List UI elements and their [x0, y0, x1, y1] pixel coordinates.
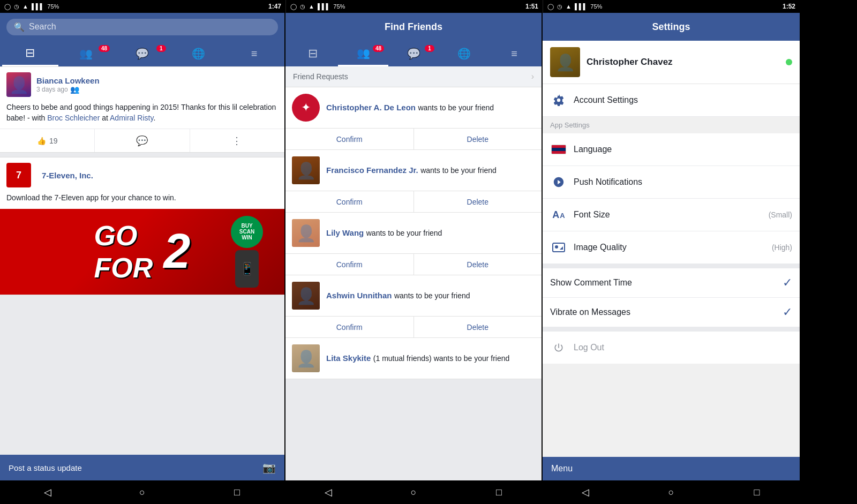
- friend-name-lily[interactable]: Lily Wang: [326, 228, 364, 237]
- settings-content: 👤 Christopher Chavez Account Settings A: [543, 41, 800, 457]
- bluetooth-icon-3: ◯: [547, 3, 554, 10]
- bluetooth-icon-2: ◯: [290, 3, 297, 10]
- push-notifications-icon: [550, 174, 567, 191]
- menu-icon-2: ≡: [511, 48, 517, 60]
- status-bar-panel-1: ◯ ◷ ▲ ▌▌▌ 75% 1:47: [0, 0, 285, 13]
- language-icon: [550, 141, 567, 158]
- image-text-go: GOFOR: [94, 220, 153, 284]
- post-status-bar[interactable]: Post a status update 📷: [0, 455, 284, 480]
- battery-3: 75%: [590, 3, 602, 10]
- post-author-seven[interactable]: 7-Eleven, Inc.: [42, 171, 278, 180]
- account-settings-row[interactable]: Account Settings: [543, 84, 800, 117]
- comment-button-bianca[interactable]: 💬: [95, 129, 190, 152]
- nav-globe-2[interactable]: 🌐: [439, 41, 489, 66]
- more-button-bianca[interactable]: ⋮: [190, 129, 284, 152]
- home-button-1[interactable]: ○: [132, 487, 153, 498]
- delete-lily[interactable]: Delete: [414, 254, 542, 275]
- show-comment-time-row[interactable]: Show Comment Time ✓: [543, 268, 800, 298]
- nav-home[interactable]: ⊟: [2, 41, 58, 66]
- delete-ashwin[interactable]: Delete: [414, 317, 542, 337]
- signal-icon-3: ▌▌▌: [575, 3, 587, 10]
- post-time-bianca: 3 days ago 👥: [36, 85, 278, 94]
- account-settings-label: Account Settings: [574, 95, 792, 105]
- find-friends-header: Find Friends: [285, 13, 542, 41]
- battery-2: 75%: [333, 3, 345, 10]
- settings-user-name: Christopher Chavez: [587, 57, 779, 67]
- recent-button-1[interactable]: □: [227, 487, 248, 498]
- confirm-lily[interactable]: Confirm: [285, 254, 414, 275]
- friend-request-ashwin: 👤 Ashwin Unnithan wants to be your frien…: [285, 275, 542, 338]
- friend-requests-content: Friend Requests › ✦ Christopher A. De Le…: [285, 66, 542, 480]
- phone-nav-3: ◁ ○ □: [543, 480, 800, 504]
- recent-button-2[interactable]: □: [488, 487, 509, 498]
- friend-name-lita[interactable]: Lita Skykite: [326, 353, 371, 363]
- back-button-2[interactable]: ◁: [318, 486, 339, 498]
- settings-bottom-bar: Menu: [543, 457, 800, 480]
- link-broc[interactable]: Broc Schleicher: [47, 114, 100, 122]
- recent-button-3[interactable]: □: [746, 487, 768, 498]
- language-label: Language: [574, 145, 792, 154]
- nav-friends-2[interactable]: 👥 48: [338, 41, 388, 66]
- nav-friends-1[interactable]: 👥 48: [58, 41, 115, 66]
- time-2: 1:51: [525, 3, 538, 10]
- font-size-label: Font Size: [574, 210, 762, 220]
- friend-text-ashwin: Ashwin Unnithan wants to be your friend: [326, 291, 535, 300]
- search-box[interactable]: 🔍: [6, 19, 278, 35]
- post-author-bianca[interactable]: Bianca Lowkeen: [36, 76, 278, 85]
- like-button-bianca[interactable]: 👍 19: [0, 129, 95, 152]
- vibrate-messages-row[interactable]: Vibrate on Messages ✓: [543, 298, 800, 327]
- friend-name-christopher[interactable]: Christopher A. De Leon: [326, 103, 416, 112]
- image-quality-label: Image Quality: [574, 243, 765, 252]
- search-input[interactable]: [29, 22, 270, 32]
- home-icon-2: ⊟: [308, 47, 318, 61]
- back-button-1[interactable]: ◁: [37, 486, 58, 498]
- nav-menu-2[interactable]: ≡: [489, 41, 539, 66]
- language-row[interactable]: Language: [543, 133, 800, 166]
- confirm-francisco[interactable]: Confirm: [285, 191, 414, 212]
- friend-name-ashwin[interactable]: Ashwin Unnithan: [326, 291, 392, 300]
- link-admiral[interactable]: Admiral Risty: [110, 114, 153, 122]
- status-bar-panel-3: ◯ ◷ ▲ ▌▌▌ 75% 1:52: [543, 0, 800, 13]
- settings-avatar: 👤: [550, 47, 580, 77]
- logout-row[interactable]: Log Out: [543, 332, 800, 364]
- settings-user-row[interactable]: 👤 Christopher Chavez: [543, 41, 800, 84]
- back-button-3[interactable]: ◁: [575, 486, 596, 498]
- svg-point-1: [555, 245, 558, 249]
- wifi-icon-2: ▲: [309, 3, 314, 10]
- friend-request-lita: 👤 Lita Skykite (1 mutual friends) wants …: [285, 338, 542, 379]
- nav-menu-1[interactable]: ≡: [226, 41, 282, 66]
- audience-icon: 👥: [70, 85, 79, 94]
- friend-name-francisco[interactable]: Francisco Fernandez Jr.: [326, 166, 418, 175]
- friend-label-lita: (1 mutual friends) wants to be your frie…: [373, 354, 509, 363]
- alarm-icon-2: ◷: [300, 3, 305, 10]
- friend-request-lily: 👤 Lily Wang wants to be your friend Conf…: [285, 213, 542, 275]
- nav-home-2[interactable]: ⊟: [288, 41, 338, 66]
- confirm-christopher[interactable]: Confirm: [285, 129, 414, 149]
- home-button-2[interactable]: ○: [403, 487, 424, 498]
- camera-icon[interactable]: 📷: [262, 461, 276, 474]
- nav-globe-1[interactable]: 🌐: [170, 41, 227, 66]
- delete-francisco[interactable]: Delete: [414, 191, 542, 212]
- font-size-value: (Small): [769, 210, 792, 219]
- push-notifications-row[interactable]: Push Notifications: [543, 166, 800, 199]
- post-body-bianca: Cheers to bebe and good things happening…: [0, 102, 284, 129]
- post-meta-seven: 7-Eleven, Inc.: [42, 171, 278, 180]
- confirm-ashwin[interactable]: Confirm: [285, 317, 414, 337]
- nav-messages-2[interactable]: 💬 1: [388, 41, 439, 66]
- nav-messages-1[interactable]: 💬 1: [114, 41, 170, 66]
- font-size-row[interactable]: A A Font Size (Small): [543, 199, 800, 231]
- friend-requests-title: Friend Requests: [293, 72, 348, 81]
- avatar-seven-eleven: 7: [6, 163, 31, 187]
- messages-badge-1: 1: [156, 45, 166, 52]
- friend-actions-christopher: Confirm Delete: [285, 128, 542, 149]
- search-header: 🔍: [0, 13, 284, 41]
- delete-christopher[interactable]: Delete: [414, 129, 542, 149]
- friend-request-christopher: ✦ Christopher A. De Leon wants to be you…: [285, 87, 542, 150]
- friend-label-francisco: wants to be your friend: [420, 166, 497, 175]
- home-button-3[interactable]: ○: [660, 487, 682, 498]
- image-quality-row[interactable]: Image Quality (High): [543, 231, 800, 264]
- post-status-text[interactable]: Post a status update: [9, 463, 82, 472]
- post-body-seven: Download the 7-Eleven app for your chanc…: [0, 193, 284, 209]
- friends-icon-2: 👥: [357, 47, 370, 59]
- image-quality-icon: [550, 239, 567, 256]
